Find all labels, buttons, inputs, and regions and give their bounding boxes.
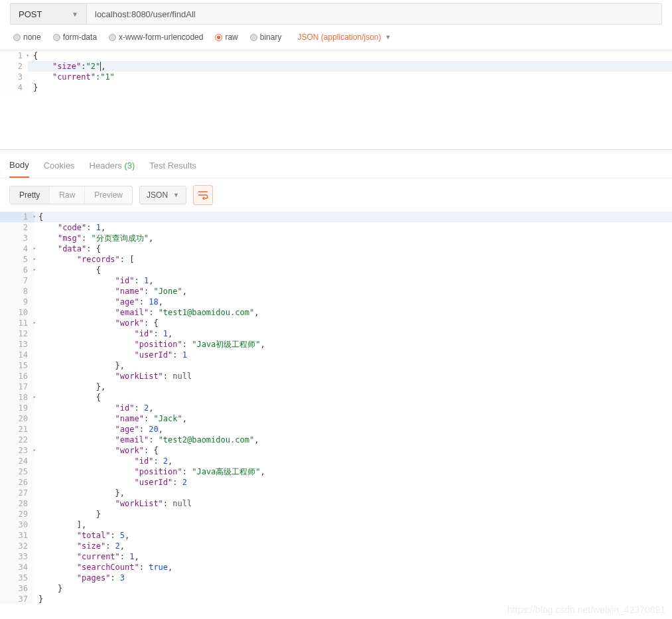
request-body-editor[interactable]: 1▾{2 "size":"2",3 "current":"1"4} [0,50,672,149]
code-content[interactable]: "size":"2", [28,61,672,72]
code-content[interactable]: "code": 1, [34,222,672,233]
tab-test-results[interactable]: Test Results [149,154,196,177]
fold-caret-icon[interactable]: ▾ [33,254,36,265]
code-content[interactable]: "data": { [34,243,672,254]
code-content[interactable]: }, [34,360,672,371]
fold-caret-icon[interactable]: ▾ [33,243,36,254]
pill-preview[interactable]: Preview [84,186,132,204]
code-content[interactable]: "workList": null [34,371,672,381]
code-content[interactable]: } [34,583,672,594]
response-line[interactable]: 32 "size": 2, [0,541,672,551]
response-line[interactable]: 22 "email": "test2@baomidou.com", [0,435,672,445]
fold-caret-icon[interactable]: ▾ [33,265,36,275]
response-line[interactable]: 35 "pages": 3 [0,573,672,583]
code-content[interactable]: "work": { [34,318,672,328]
response-line[interactable]: 5▾ "records": [ [0,254,672,265]
response-line[interactable]: 25 "position": "Java高级工程师", [0,466,672,477]
response-line[interactable]: 33 "current": 1, [0,551,672,562]
radio-form-data[interactable]: form-data [53,33,97,42]
radio-xwww[interactable]: x-www-form-urlencoded [109,33,203,42]
code-content[interactable]: "age": 18, [34,297,672,307]
code-content[interactable]: "msg": "分页查询成功", [34,233,672,243]
code-content[interactable]: "userId": 2 [34,477,672,488]
code-content[interactable]: "size": 2, [34,541,672,551]
fold-caret-icon[interactable]: ▾ [26,50,29,61]
code-content[interactable]: "position": "Java初级工程师", [34,339,672,350]
radio-raw[interactable]: raw [215,33,237,42]
response-body-viewer[interactable]: 1▾{2 "code": 1,3 "msg": "分页查询成功",4▾ "dat… [0,212,672,604]
pill-raw[interactable]: Raw [49,186,84,204]
fold-caret-icon[interactable]: ▾ [33,445,36,456]
response-line[interactable]: 6▾ { [0,265,672,275]
code-content[interactable]: "name": "Jack", [34,413,672,424]
code-content[interactable]: }, [34,381,672,392]
code-content[interactable]: "total": 5, [34,530,672,541]
code-content[interactable]: "email": "test2@baomidou.com", [34,435,672,445]
code-content[interactable]: } [34,594,672,604]
radio-binary[interactable]: binary [250,33,282,42]
response-line[interactable]: 14 "userId": 1 [0,350,672,360]
code-content[interactable]: "position": "Java高级工程师", [34,466,672,477]
code-content[interactable]: "id": 1, [34,275,672,286]
response-line[interactable]: 18▾ { [0,392,672,403]
response-line[interactable]: 7 "id": 1, [0,275,672,286]
code-content[interactable]: "work": { [34,445,672,456]
response-line[interactable]: 19 "id": 2, [0,403,672,413]
http-method-select[interactable]: POST ▼ [11,4,87,24]
code-content[interactable]: "workList": null [34,498,672,509]
code-content[interactable]: { [28,50,672,61]
editor-line[interactable]: 3 "current":"1" [0,72,672,82]
fold-caret-icon[interactable]: ▾ [33,318,36,328]
fold-caret-icon[interactable]: ▾ [33,212,36,222]
response-line[interactable]: 10 "email": "test1@baomidou.com", [0,307,672,318]
response-line[interactable]: 12 "id": 1, [0,328,672,339]
code-content[interactable]: "email": "test1@baomidou.com", [34,307,672,318]
response-line[interactable]: 11▾ "work": { [0,318,672,328]
tab-body[interactable]: Body [9,153,29,178]
response-line[interactable]: 20 "name": "Jack", [0,413,672,424]
response-line[interactable]: 27 }, [0,488,672,498]
response-line[interactable]: 29 } [0,509,672,519]
response-line[interactable]: 34 "searchCount": true, [0,562,672,573]
tab-cookies[interactable]: Cookies [44,154,75,177]
response-line[interactable]: 4▾ "data": { [0,243,672,254]
wrap-lines-button[interactable] [193,185,213,205]
radio-none[interactable]: none [13,33,41,42]
response-line[interactable]: 16 "workList": null [0,371,672,381]
tab-headers[interactable]: Headers (3) [90,154,135,177]
code-content[interactable]: { [34,392,672,403]
response-line[interactable]: 28 "workList": null [0,498,672,509]
response-line[interactable]: 1▾{ [0,212,672,222]
fold-caret-icon[interactable]: ▾ [33,392,36,403]
code-content[interactable]: "id": 1, [34,328,672,339]
response-line[interactable]: 24 "id": 2, [0,456,672,466]
code-content[interactable]: { [34,265,672,275]
response-line[interactable]: 21 "age": 20, [0,424,672,435]
response-line[interactable]: 3 "msg": "分页查询成功", [0,233,672,243]
code-content[interactable]: ], [34,519,672,530]
response-line[interactable]: 26 "userId": 2 [0,477,672,488]
code-content[interactable]: "current": 1, [34,551,672,562]
url-input[interactable] [87,4,661,24]
response-line[interactable]: 37} [0,594,672,604]
code-content[interactable]: "id": 2, [34,403,672,413]
response-line[interactable]: 36 } [0,583,672,594]
response-line[interactable]: 13 "position": "Java初级工程师", [0,339,672,350]
code-content[interactable]: }, [34,488,672,498]
response-line[interactable]: 9 "age": 18, [0,297,672,307]
code-content[interactable]: } [34,509,672,519]
response-line[interactable]: 17 }, [0,381,672,392]
response-line[interactable]: 31 "total": 5, [0,530,672,541]
response-format-select[interactable]: JSON ▼ [139,186,186,204]
pill-pretty[interactable]: Pretty [10,186,49,204]
response-line[interactable]: 2 "code": 1, [0,222,672,233]
content-type-select[interactable]: JSON (application/json) ▼ [297,33,391,42]
code-content[interactable]: "current":"1" [28,72,672,82]
editor-line[interactable]: 1▾{ [0,50,672,61]
code-content[interactable]: { [34,212,672,222]
code-content[interactable]: "userId": 1 [34,350,672,360]
code-content[interactable]: "id": 2, [34,456,672,466]
editor-line[interactable]: 4} [0,82,672,93]
code-content[interactable]: "age": 20, [34,424,672,435]
response-line[interactable]: 15 }, [0,360,672,371]
